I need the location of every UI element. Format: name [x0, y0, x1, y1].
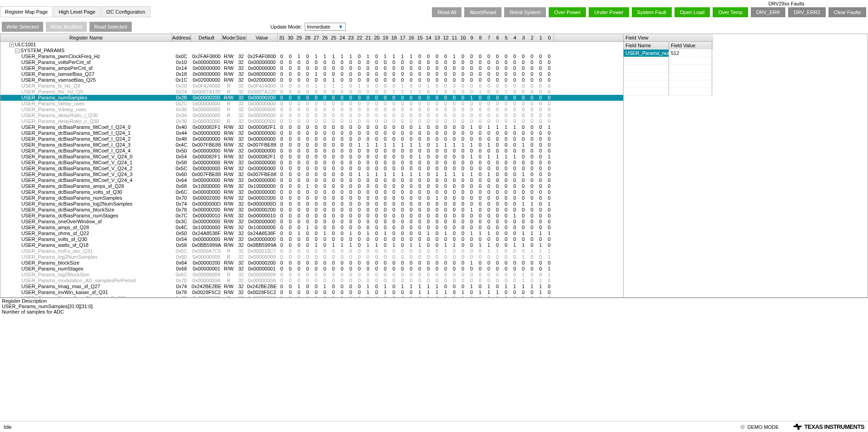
bit-cell[interactable]: 0 [528, 148, 536, 154]
bit-cell[interactable]: 0 [493, 107, 502, 113]
bit-cell[interactable]: 1 [433, 284, 441, 290]
bit-cell[interactable]: 1 [485, 248, 493, 254]
bit-cell[interactable]: 0 [467, 65, 476, 71]
hdr-bit-24[interactable]: 24 [338, 34, 347, 41]
bit-cell[interactable]: 0 [485, 260, 493, 266]
bit-cell[interactable]: 0 [347, 219, 355, 225]
register-row[interactable]: USER_Params_Vdelay_usec0x300x00000000R32… [0, 107, 623, 113]
bit-cell[interactable]: 0 [303, 166, 312, 172]
bit-cell[interactable]: 0 [441, 59, 450, 65]
bit-cell[interactable]: 0 [329, 219, 338, 225]
hdr-bit-2[interactable]: 2 [528, 34, 536, 41]
bit-cell[interactable]: 1 [416, 89, 424, 95]
register-row[interactable]: USER_Params_dcBiasParams_volts_sf_Q300x6… [0, 189, 623, 195]
bit-cell[interactable]: 0 [450, 225, 459, 231]
register-row[interactable]: USER_Params_voltsPerCnt_sf0x100x00000000… [0, 59, 623, 65]
bit-cell[interactable]: 0 [278, 160, 286, 166]
bit-cell[interactable]: 0 [347, 177, 355, 183]
hdr-bit-27[interactable]: 27 [312, 34, 321, 41]
bit-cell[interactable]: 1 [321, 231, 329, 236]
bit-cell[interactable]: 0 [312, 130, 321, 136]
bit-cell[interactable]: 0 [321, 254, 329, 260]
bit-cell[interactable]: 0 [398, 207, 407, 213]
bit-cell[interactable]: 0 [511, 195, 519, 201]
bit-cell[interactable]: 1 [338, 54, 347, 59]
bit-cell[interactable]: 0 [502, 160, 511, 166]
bit-cell[interactable]: 0 [347, 189, 355, 195]
bit-cell[interactable]: 0 [381, 89, 390, 95]
bit-cell[interactable]: 0 [502, 183, 511, 189]
bit-cell[interactable]: 0 [398, 95, 407, 101]
bit-cell[interactable]: 0 [312, 225, 321, 231]
bit-cell[interactable]: 0 [502, 59, 511, 65]
hdr-bit-3[interactable]: 3 [519, 34, 528, 41]
bit-cell[interactable]: 1 [303, 183, 312, 189]
bit-cell[interactable]: 0 [476, 278, 485, 284]
bit-cell[interactable]: 0 [493, 278, 502, 284]
bit-cell[interactable]: 0 [441, 160, 450, 166]
bit-cell[interactable]: 1 [364, 142, 372, 148]
bit-cell[interactable]: 0 [519, 160, 528, 166]
bit-cell[interactable]: 0 [364, 65, 372, 71]
bit-cell[interactable]: 1 [519, 278, 528, 284]
bit-cell[interactable]: 0 [347, 89, 355, 95]
bit-cell[interactable]: 0 [528, 101, 536, 107]
register-row[interactable]: USER_Params_oneOverWindow_sf0x3C0x000000… [0, 219, 623, 225]
bit-cell[interactable]: 0 [511, 219, 519, 225]
bit-cell[interactable]: 0 [536, 83, 545, 89]
bit-cell[interactable]: 0 [476, 107, 485, 113]
bit-cell[interactable]: 1 [347, 242, 355, 248]
bit-cell[interactable]: 0 [312, 266, 321, 272]
bit-cell[interactable]: 0 [329, 142, 338, 148]
bit-cell[interactable]: 0 [467, 213, 476, 219]
bit-cell[interactable]: 0 [338, 148, 347, 154]
bit-cell[interactable]: 0 [511, 166, 519, 172]
bit-cell[interactable]: 0 [355, 195, 364, 201]
bit-cell[interactable]: 1 [467, 124, 476, 130]
bit-cell[interactable]: 0 [536, 160, 545, 166]
bit-cell[interactable]: 0 [312, 295, 321, 297]
bit-cell[interactable]: 0 [390, 148, 398, 154]
bit-cell[interactable]: 0 [286, 272, 295, 278]
bit-cell[interactable]: 0 [381, 248, 390, 254]
bit-cell[interactable]: 0 [416, 231, 424, 236]
bit-cell[interactable]: 0 [433, 154, 441, 160]
hdr-bit-17[interactable]: 17 [398, 34, 407, 41]
bit-cell[interactable]: 0 [467, 54, 476, 59]
bit-cell[interactable]: 0 [493, 172, 502, 177]
bit-cell[interactable]: 0 [528, 189, 536, 195]
bit-cell[interactable]: 0 [347, 225, 355, 231]
bit-cell[interactable]: 0 [536, 201, 545, 207]
bit-cell[interactable]: 0 [295, 83, 303, 89]
bit-cell[interactable]: 0 [321, 142, 329, 148]
bit-cell[interactable]: 0 [467, 201, 476, 207]
bit-cell[interactable]: 0 [278, 219, 286, 225]
bit-cell[interactable]: 0 [441, 284, 450, 290]
bit-cell[interactable]: 0 [536, 183, 545, 189]
bit-cell[interactable]: 0 [303, 113, 312, 118]
bit-cell[interactable]: 0 [355, 183, 364, 189]
bit-cell[interactable]: 0 [381, 219, 390, 225]
bit-cell[interactable]: 0 [372, 136, 381, 142]
bit-cell[interactable]: 1 [450, 242, 459, 248]
bit-cell[interactable]: 0 [450, 195, 459, 201]
bit-cell[interactable]: 0 [295, 71, 303, 77]
bit-cell[interactable]: 0 [545, 54, 554, 59]
bit-cell[interactable]: 0 [355, 213, 364, 219]
bit-cell[interactable]: 1 [441, 290, 450, 295]
bit-cell[interactable]: 1 [545, 231, 554, 236]
hdr-bit-12[interactable]: 12 [441, 34, 450, 41]
bit-cell[interactable]: 0 [545, 278, 554, 284]
bit-cell[interactable]: 1 [312, 54, 321, 59]
bit-cell[interactable]: 0 [398, 177, 407, 183]
bit-cell[interactable]: 0 [329, 248, 338, 254]
bit-cell[interactable]: 0 [467, 77, 476, 83]
bit-cell[interactable]: 0 [502, 272, 511, 278]
bit-cell[interactable]: 0 [528, 207, 536, 213]
bit-cell[interactable]: 0 [286, 142, 295, 148]
bit-cell[interactable]: 0 [528, 260, 536, 266]
bit-cell[interactable]: 0 [338, 183, 347, 189]
bit-cell[interactable]: 0 [321, 195, 329, 201]
bit-cell[interactable]: 0 [303, 118, 312, 124]
bit-cell[interactable]: 0 [416, 118, 424, 124]
